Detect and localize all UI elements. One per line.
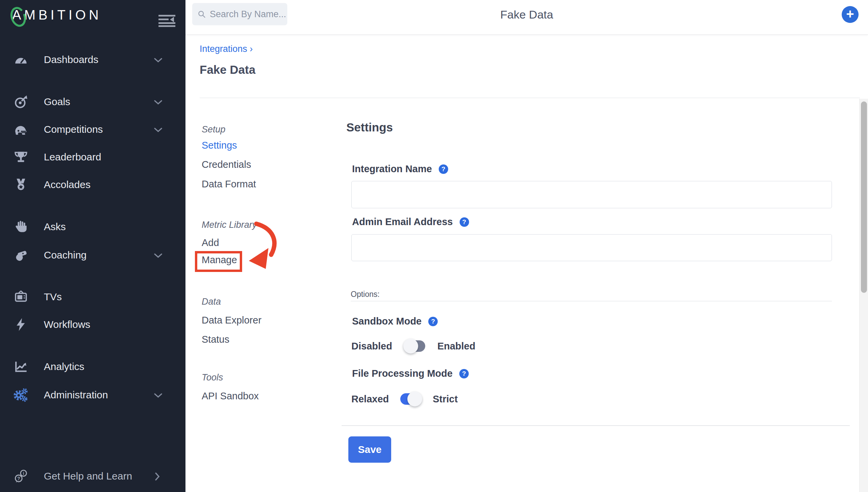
subnav-item-credentials[interactable]: Credentials bbox=[202, 159, 251, 170]
subnav-item-data-explorer[interactable]: Data Explorer bbox=[202, 315, 261, 326]
sidebar: AMBITION Dashboards Goals Competitions bbox=[0, 0, 186, 492]
bolt-icon bbox=[14, 317, 28, 332]
whistle-icon bbox=[14, 248, 28, 263]
toggle-knob bbox=[403, 339, 418, 353]
integration-name-input[interactable] bbox=[351, 181, 832, 208]
sidebar-item-workflows[interactable]: Workflows bbox=[0, 314, 186, 335]
integration-name-label: Integration Name ? bbox=[352, 164, 448, 175]
page-title: Fake Data bbox=[200, 63, 255, 76]
subnav-item-settings[interactable]: Settings bbox=[202, 140, 237, 151]
sidebar-item-goals[interactable]: Goals bbox=[0, 92, 186, 112]
sidebar-item-asks[interactable]: Asks bbox=[0, 217, 186, 237]
file-processing-mode-row: Relaxed Strict bbox=[351, 391, 458, 407]
file-processing-mode-label: File Processing Mode ? bbox=[352, 368, 469, 379]
file-processing-mode-toggle[interactable] bbox=[400, 393, 421, 405]
sandbox-mode-row: Disabled Enabled bbox=[351, 338, 475, 354]
chevron-down-icon bbox=[154, 127, 163, 133]
sidebar-item-accolades[interactable]: Accolades bbox=[0, 175, 186, 195]
sidebar-item-leaderboard[interactable]: Leaderboard bbox=[0, 147, 186, 167]
subnav-item-status[interactable]: Status bbox=[202, 334, 229, 345]
annotation-arrow bbox=[246, 219, 287, 273]
gears-icon bbox=[14, 388, 28, 402]
divider bbox=[351, 301, 832, 301]
gauge-icon bbox=[14, 52, 28, 67]
sidebar-item-get-help[interactable]: i? Get Help and Learn bbox=[0, 466, 186, 486]
sidebar-item-coaching[interactable]: Coaching bbox=[0, 245, 186, 265]
sandbox-mode-label: Sandbox Mode ? bbox=[352, 316, 438, 327]
subnav-heading-setup: Setup bbox=[202, 124, 226, 135]
ambition-logo[interactable]: AMBITION bbox=[12, 7, 101, 23]
chevron-down-icon bbox=[154, 393, 163, 398]
svg-text:?: ? bbox=[17, 476, 20, 481]
svg-text:i: i bbox=[23, 471, 24, 476]
search-box bbox=[192, 3, 287, 25]
search-input[interactable] bbox=[210, 9, 287, 20]
subnav-heading-tools: Tools bbox=[202, 372, 223, 383]
help-icon[interactable]: ? bbox=[459, 369, 469, 378]
sidebar-item-dashboards[interactable]: Dashboards bbox=[0, 50, 186, 70]
toggle-on-label: Strict bbox=[433, 394, 458, 405]
add-button[interactable]: + bbox=[842, 6, 859, 23]
toggle-on-label: Enabled bbox=[437, 341, 475, 352]
tv-icon bbox=[14, 290, 28, 304]
scrollbar-thumb[interactable] bbox=[861, 101, 867, 293]
sidebar-item-administration[interactable]: Administration bbox=[0, 385, 186, 405]
chevron-down-icon bbox=[154, 58, 163, 63]
sidebar-item-analytics[interactable]: Analytics bbox=[0, 356, 186, 377]
divider bbox=[342, 425, 850, 426]
topbar: Fake Data + bbox=[186, 0, 868, 35]
subnav-heading-data: Data bbox=[202, 297, 221, 307]
main-content: Integrations › Fake Data Setup Settings … bbox=[186, 35, 868, 492]
helmet-icon bbox=[14, 122, 28, 137]
breadcrumb[interactable]: Integrations › bbox=[200, 44, 253, 54]
sidebar-item-competitions[interactable]: Competitions bbox=[0, 119, 186, 140]
options-label: Options: bbox=[351, 290, 380, 299]
help-icon[interactable]: ? bbox=[460, 217, 469, 227]
toggle-off-label: Relaxed bbox=[351, 394, 389, 405]
divider bbox=[200, 98, 860, 98]
chart-icon bbox=[14, 359, 28, 374]
chevron-down-icon bbox=[154, 100, 163, 105]
hand-icon bbox=[14, 219, 28, 234]
chevron-right-icon bbox=[155, 472, 161, 481]
toggle-knob bbox=[407, 392, 422, 407]
sandbox-mode-toggle[interactable] bbox=[404, 340, 425, 352]
chevron-down-icon bbox=[154, 253, 163, 259]
help-bubbles-icon: i? bbox=[14, 469, 28, 484]
topbar-page-title: Fake Data bbox=[500, 8, 554, 21]
annotation-highlight-box bbox=[195, 251, 242, 272]
help-icon[interactable]: ? bbox=[439, 165, 448, 174]
sidebar-item-tvs[interactable]: TVs bbox=[0, 287, 186, 307]
target-icon bbox=[14, 94, 28, 109]
medal-icon bbox=[14, 177, 28, 192]
toggle-off-label: Disabled bbox=[351, 341, 392, 352]
help-icon[interactable]: ? bbox=[428, 317, 438, 326]
sidebar-collapse-icon[interactable] bbox=[158, 14, 176, 27]
subnav-item-add[interactable]: Add bbox=[202, 237, 219, 248]
trophy-icon bbox=[14, 150, 28, 165]
save-button[interactable]: Save bbox=[348, 436, 391, 463]
subnav-item-data-format[interactable]: Data Format bbox=[202, 179, 256, 190]
admin-email-label: Admin Email Address ? bbox=[352, 216, 469, 227]
scrollbar-track[interactable] bbox=[859, 99, 868, 492]
admin-email-input[interactable] bbox=[351, 234, 832, 261]
search-icon bbox=[197, 9, 206, 19]
settings-panel-title: Settings bbox=[346, 121, 393, 134]
subnav-item-api-sandbox[interactable]: API Sandbox bbox=[202, 391, 259, 402]
